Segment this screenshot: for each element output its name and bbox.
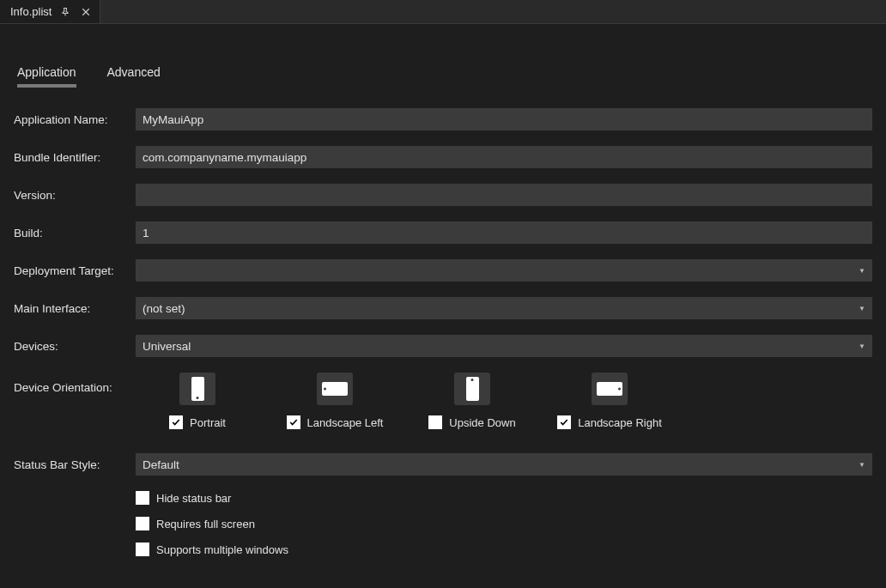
- bundle-identifier-input[interactable]: [136, 146, 872, 168]
- file-tab-info-plist[interactable]: Info.plist: [0, 0, 100, 23]
- label-main-interface: Main Interface:: [14, 302, 136, 315]
- deployment-target-dropdown[interactable]: ▼: [136, 259, 872, 282]
- pin-icon[interactable]: [58, 5, 72, 19]
- hide-status-bar-checkbox[interactable]: Hide status bar: [136, 491, 872, 505]
- checkbox-icon: [287, 415, 300, 429]
- requires-full-screen-checkbox[interactable]: Requires full screen: [136, 517, 872, 530]
- supports-multiple-windows-checkbox[interactable]: Supports multiple windows: [136, 543, 872, 556]
- build-input[interactable]: [136, 221, 872, 244]
- checkbox-icon: [136, 543, 149, 556]
- requires-full-screen-label: Requires full screen: [156, 518, 255, 530]
- label-device-orientation: Device Orientation:: [14, 373, 136, 394]
- application-name-input[interactable]: [136, 108, 872, 130]
- label-bundle-identifier: Bundle Identifier:: [14, 151, 136, 164]
- orientation-portrait-label: Portrait: [190, 416, 226, 429]
- label-devices: Devices:: [14, 340, 136, 353]
- close-icon[interactable]: [79, 5, 93, 19]
- version-input[interactable]: [136, 184, 872, 206]
- orientation-landscape-right-label: Landscape Right: [578, 416, 662, 429]
- orientation-upside-down-icon[interactable]: [454, 373, 490, 405]
- checkbox-icon: [136, 517, 149, 530]
- chevron-down-icon: ▼: [859, 342, 865, 350]
- subtab-advanced[interactable]: Advanced: [107, 65, 161, 88]
- orientation-landscape-left-label: Landscape Left: [307, 416, 384, 429]
- orientation-landscape-right-icon[interactable]: [592, 373, 628, 405]
- status-bar-style-value: Default: [143, 458, 179, 471]
- chevron-down-icon: ▼: [859, 461, 865, 469]
- devices-value: Universal: [143, 340, 191, 353]
- main-interface-dropdown[interactable]: (not set) ▼: [136, 297, 872, 319]
- file-tab-bar: Info.plist: [0, 0, 886, 24]
- orientation-portrait-checkbox[interactable]: Portrait: [169, 415, 226, 429]
- checkbox-icon: [428, 415, 442, 429]
- subtab-application[interactable]: Application: [17, 65, 76, 88]
- orientation-landscape-left-checkbox[interactable]: Landscape Left: [287, 415, 384, 429]
- label-build: Build:: [14, 227, 136, 239]
- orientation-upside-down-checkbox[interactable]: Upside Down: [428, 415, 515, 429]
- devices-dropdown[interactable]: Universal ▼: [136, 335, 872, 357]
- main-interface-value: (not set): [143, 302, 185, 315]
- chevron-down-icon: ▼: [859, 267, 865, 275]
- label-version: Version:: [14, 189, 136, 202]
- status-bar-style-dropdown[interactable]: Default ▼: [136, 453, 872, 476]
- label-status-bar-style: Status Bar Style:: [14, 458, 136, 471]
- tab-title: Info.plist: [10, 5, 52, 18]
- orientation-landscape-left-icon[interactable]: [317, 373, 353, 405]
- label-application-name: Application Name:: [14, 113, 136, 126]
- orientation-portrait-icon[interactable]: [179, 373, 215, 405]
- supports-multiple-windows-label: Supports multiple windows: [156, 543, 288, 556]
- orientation-landscape-right-checkbox[interactable]: Landscape Right: [557, 415, 662, 429]
- subtab-row: Application Advanced: [14, 65, 872, 88]
- checkbox-icon: [557, 415, 571, 429]
- editor-content: Application Advanced Application Name: B…: [0, 24, 886, 556]
- checkbox-icon: [136, 491, 149, 505]
- orientation-upside-down-label: Upside Down: [449, 416, 515, 429]
- label-deployment-target: Deployment Target:: [14, 264, 136, 277]
- chevron-down-icon: ▼: [859, 305, 865, 312]
- checkbox-icon: [169, 415, 183, 429]
- hide-status-bar-label: Hide status bar: [156, 492, 231, 505]
